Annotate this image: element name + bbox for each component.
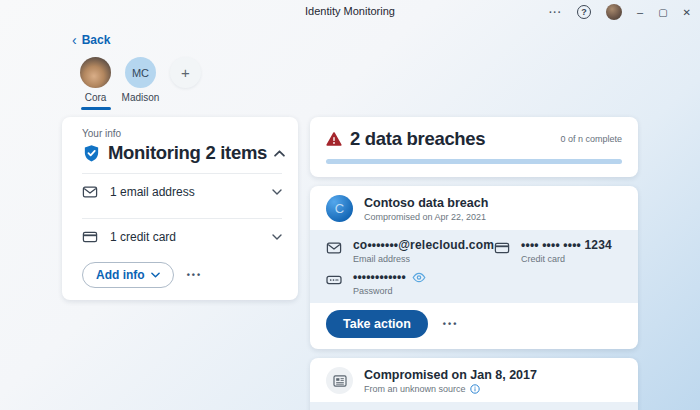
selected-indicator — [81, 107, 111, 110]
monitoring-header[interactable]: Monitoring 2 items — [82, 142, 282, 164]
profile-cora[interactable]: Cora — [77, 57, 114, 110]
madison-avatar[interactable]: MC — [125, 57, 156, 88]
info-icon[interactable] — [470, 384, 480, 394]
profile-name: Madison — [122, 92, 160, 103]
contoso-monogram: C — [326, 195, 353, 222]
more-options-icon[interactable]: ··· — [549, 7, 562, 18]
warning-icon — [326, 131, 342, 147]
mail-icon — [82, 184, 98, 200]
add-info-button[interactable]: Add info — [82, 262, 174, 288]
credit-card-row-label: 1 credit card — [110, 230, 272, 244]
cora-avatar[interactable] — [80, 57, 111, 88]
password-value: •••••••••••• — [353, 270, 406, 284]
mail-icon — [326, 240, 342, 256]
password-icon — [326, 272, 342, 288]
breach-details: co•••••••@relecloud.com Email address ••… — [310, 402, 638, 410]
identity-monitoring-window: Identity Monitoring ··· ? – ▢ ✕ ‹ Back C… — [0, 0, 700, 410]
account-avatar[interactable] — [606, 4, 622, 20]
email-row-label: 1 email address — [110, 185, 272, 199]
breaches-heading: 2 data breaches — [350, 128, 552, 150]
news-icon — [326, 367, 353, 394]
maximize-icon[interactable]: ▢ — [658, 7, 667, 18]
credit-card-icon — [82, 229, 98, 245]
credit-card-row[interactable]: 1 credit card — [82, 219, 282, 254]
breaches-section: 2 data breaches 0 of n complete C Contos… — [310, 117, 638, 410]
close-icon[interactable]: ✕ — [683, 7, 691, 18]
title-bar: Identity Monitoring ··· ? – ▢ ✕ — [0, 0, 700, 24]
add-info-label: Add info — [96, 268, 145, 282]
your-info-footer: Add info ••• — [82, 262, 282, 288]
breach-subtitle: From an unknown source — [364, 384, 466, 394]
detail-email: co•••••••@relecloud.com Email address — [326, 238, 494, 264]
chevron-down-icon[interactable] — [272, 234, 282, 240]
detail-credit-card: •••• •••• •••• 1234 Credit card — [494, 238, 622, 264]
back-label: Back — [82, 33, 111, 47]
take-action-button[interactable]: Take action — [326, 310, 428, 338]
show-password-eye-icon[interactable] — [412, 272, 426, 283]
minimize-icon[interactable]: – — [637, 6, 643, 18]
breaches-header-row: 2 data breaches 0 of n complete — [326, 128, 622, 150]
credit-card-value: •••• •••• •••• 1234 — [521, 238, 612, 252]
add-profile-icon[interactable]: + — [170, 57, 201, 88]
email-value: co•••••••@relecloud.com — [353, 238, 494, 252]
more-options-icon[interactable]: ••• — [187, 270, 202, 280]
credit-card-icon — [494, 240, 510, 256]
more-options-icon[interactable]: ••• — [443, 319, 458, 329]
window-controls: ··· ? – ▢ ✕ — [549, 0, 691, 24]
add-profile[interactable]: + — [167, 57, 204, 110]
detail-password: •••••••••••• Password — [326, 270, 494, 296]
email-label: Email address — [353, 254, 494, 264]
password-label: Password — [353, 286, 426, 296]
profile-switcher: Cora MC Madison + — [77, 57, 204, 110]
breach-card-unknown-source: Compromised on Jan 8, 2017 From an unkno… — [310, 358, 638, 410]
breaches-header-card: 2 data breaches 0 of n complete — [310, 117, 638, 177]
breach-subtitle: Compromised on Apr 22, 2021 — [364, 212, 488, 222]
your-info-eyebrow: Your info — [82, 128, 282, 139]
shield-check-icon — [82, 144, 101, 163]
credit-card-label: Credit card — [521, 254, 612, 264]
breach-card-contoso: C Contoso data breach Compromised on Apr… — [310, 186, 638, 349]
email-address-row[interactable]: 1 email address — [82, 174, 282, 209]
your-info-card: Your info Monitoring 2 items 1 email add… — [62, 117, 298, 300]
progress-label: 0 of n complete — [560, 134, 622, 144]
help-icon[interactable]: ? — [577, 5, 591, 19]
profile-name: Cora — [85, 92, 107, 103]
back-button[interactable]: ‹ Back — [72, 33, 110, 47]
chevron-up-icon[interactable] — [274, 150, 285, 157]
progress-bar — [326, 159, 622, 164]
monitoring-title: Monitoring 2 items — [108, 142, 267, 164]
profile-madison[interactable]: MC Madison — [122, 57, 159, 110]
breach-card-footer: Take action ••• — [310, 303, 638, 349]
chevron-down-icon[interactable] — [272, 189, 282, 195]
breach-title: Compromised on Jan 8, 2017 — [364, 368, 537, 382]
breach-title: Contoso data breach — [364, 196, 488, 210]
breach-card-header: Compromised on Jan 8, 2017 From an unkno… — [310, 358, 638, 402]
breach-details: co•••••••@relecloud.com Email address ••… — [310, 230, 638, 303]
chevron-left-icon: ‹ — [72, 35, 77, 45]
breach-card-header: C Contoso data breach Compromised on Apr… — [310, 186, 638, 230]
